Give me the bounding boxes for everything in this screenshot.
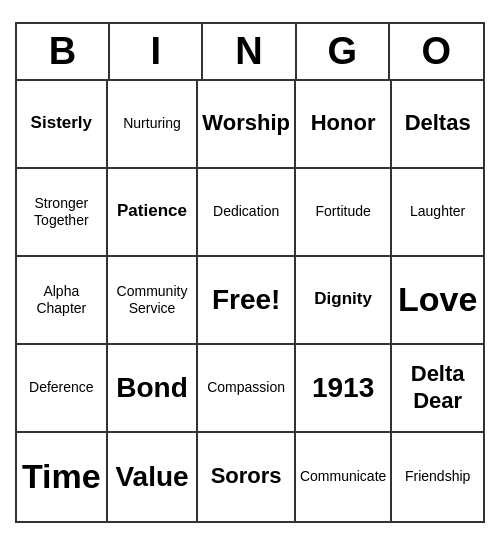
- cell-text-10: Alpha Chapter: [21, 283, 102, 317]
- bingo-grid: SisterlyNurturingWorshipHonorDeltasStron…: [17, 81, 483, 521]
- cell-text-17: Compassion: [207, 379, 285, 396]
- header-letter-n: N: [203, 24, 296, 79]
- cell-text-14: Love: [398, 279, 477, 320]
- cell-text-5: Stronger Together: [21, 195, 102, 229]
- bingo-cell-0: Sisterly: [17, 81, 108, 169]
- cell-text-9: Laughter: [410, 203, 465, 220]
- bingo-cell-12: Free!: [198, 257, 296, 345]
- bingo-card: BINGO SisterlyNurturingWorshipHonorDelta…: [15, 22, 485, 523]
- cell-text-7: Dedication: [213, 203, 279, 220]
- cell-text-4: Deltas: [405, 110, 471, 136]
- bingo-cell-10: Alpha Chapter: [17, 257, 108, 345]
- bingo-cell-11: Community Service: [108, 257, 199, 345]
- cell-text-13: Dignity: [314, 289, 372, 309]
- cell-text-1: Nurturing: [123, 115, 181, 132]
- cell-text-6: Patience: [117, 201, 187, 221]
- header-letter-o: O: [390, 24, 483, 79]
- bingo-cell-15: Deference: [17, 345, 108, 433]
- bingo-header: BINGO: [17, 24, 483, 81]
- bingo-cell-24: Friendship: [392, 433, 483, 521]
- bingo-cell-14: Love: [392, 257, 483, 345]
- bingo-cell-3: Honor: [296, 81, 392, 169]
- bingo-cell-22: Sorors: [198, 433, 296, 521]
- bingo-cell-20: Time: [17, 433, 108, 521]
- cell-text-19: Delta Dear: [396, 361, 479, 414]
- bingo-cell-9: Laughter: [392, 169, 483, 257]
- cell-text-16: Bond: [116, 371, 188, 405]
- bingo-cell-7: Dedication: [198, 169, 296, 257]
- header-letter-g: G: [297, 24, 390, 79]
- bingo-cell-16: Bond: [108, 345, 199, 433]
- cell-text-20: Time: [22, 456, 101, 497]
- bingo-cell-23: Communicate: [296, 433, 392, 521]
- cell-text-0: Sisterly: [31, 113, 92, 133]
- header-letter-b: B: [17, 24, 110, 79]
- bingo-cell-8: Fortitude: [296, 169, 392, 257]
- cell-text-3: Honor: [311, 110, 376, 136]
- bingo-cell-1: Nurturing: [108, 81, 199, 169]
- bingo-cell-17: Compassion: [198, 345, 296, 433]
- cell-text-12: Free!: [212, 283, 280, 317]
- bingo-cell-21: Value: [108, 433, 199, 521]
- bingo-cell-4: Deltas: [392, 81, 483, 169]
- cell-text-2: Worship: [202, 110, 290, 136]
- bingo-cell-18: 1913: [296, 345, 392, 433]
- cell-text-8: Fortitude: [316, 203, 371, 220]
- cell-text-21: Value: [115, 460, 188, 494]
- cell-text-18: 1913: [312, 371, 374, 405]
- cell-text-22: Sorors: [211, 463, 282, 489]
- cell-text-15: Deference: [29, 379, 94, 396]
- bingo-cell-2: Worship: [198, 81, 296, 169]
- bingo-cell-19: Delta Dear: [392, 345, 483, 433]
- bingo-cell-13: Dignity: [296, 257, 392, 345]
- bingo-cell-5: Stronger Together: [17, 169, 108, 257]
- cell-text-24: Friendship: [405, 468, 470, 485]
- header-letter-i: I: [110, 24, 203, 79]
- cell-text-23: Communicate: [300, 468, 386, 485]
- bingo-cell-6: Patience: [108, 169, 199, 257]
- cell-text-11: Community Service: [112, 283, 193, 317]
